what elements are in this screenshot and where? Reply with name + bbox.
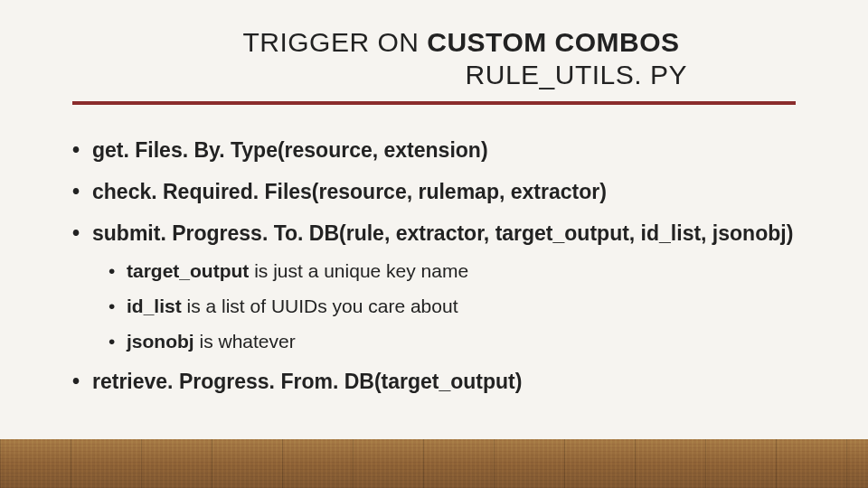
sub-rest: is whatever [194,331,296,352]
slide-body: get. Files. By. Type(resource, extension… [0,105,868,395]
title-line1-bold: CUSTOM COMBOS [427,27,679,57]
bullet-text: check. Required. Files(resource, rulemap… [92,180,607,203]
sub-term: id_list [127,296,182,316]
slide-title-line1: TRIGGER ON CUSTOM COMBOS [72,27,796,58]
title-line1-prefix: TRIGGER ON [242,27,427,57]
sub-bullet-item: id_list is a list of UUIDs you care abou… [108,294,796,318]
bullet-text: submit. Progress. To. DB(rule, extractor… [92,221,793,245]
sub-term: jsonobj [127,331,194,352]
sub-term: target_output [127,260,249,281]
bullet-item: get. Files. By. Type(resource, extension… [72,137,796,164]
bullet-item: submit. Progress. To. DB(rule, extractor… [72,221,796,354]
bullet-text: retrieve. Progress. From. DB(target_outp… [92,370,522,393]
bullet-item: retrieve. Progress. From. DB(target_outp… [72,369,796,396]
sub-bullet-list: target_output is just a unique key name … [108,258,796,354]
bullet-list: get. Files. By. Type(resource, extension… [72,137,796,395]
slide-title-block: TRIGGER ON CUSTOM COMBOS RULE_UTILS. PY [0,0,868,90]
bullet-text: get. Files. By. Type(resource, extension… [92,138,488,162]
slide-title-line2: RULE_UTILS. PY [72,60,796,90]
sub-rest: is just a unique key name [249,260,468,281]
slide: TRIGGER ON CUSTOM COMBOS RULE_UTILS. PY … [0,0,868,488]
wood-floor-decoration [0,439,868,488]
bullet-item: check. Required. Files(resource, rulemap… [72,179,796,206]
sub-rest: is a list of UUIDs you care about [182,296,458,316]
sub-bullet-item: target_output is just a unique key name [108,258,796,283]
sub-bullet-item: jsonobj is whatever [108,329,796,353]
